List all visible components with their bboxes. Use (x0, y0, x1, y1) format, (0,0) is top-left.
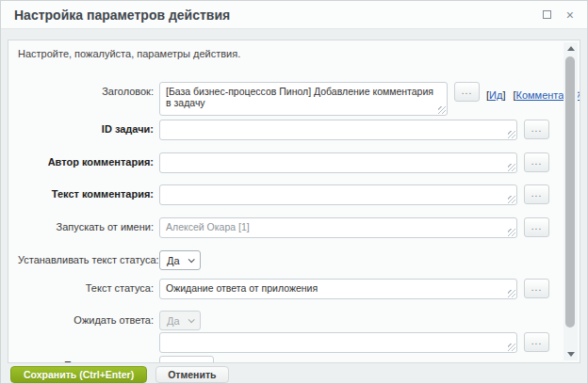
form-panel: Настройте, пожалуйста, параметры действи… (8, 40, 580, 363)
row-set-status-text: Устанавливать текст статуса: Да (18, 250, 549, 270)
arrow-down-icon (567, 352, 575, 357)
extra-textarea-wrap (159, 332, 517, 353)
resize-grip-icon[interactable] (508, 229, 515, 236)
select-value: Да (167, 255, 180, 266)
dialog-body: Настройте, пожалуйста, параметры действи… (1, 29, 587, 363)
status-textarea[interactable]: Ожидание ответа от приложения (159, 279, 517, 299)
extra-picker-button[interactable]: ... (524, 332, 549, 352)
title-textarea[interactable]: [База бизнес-процессов Пинол] Добавление… (159, 82, 448, 116)
task-id-picker-button[interactable]: ... (524, 120, 549, 139)
field-area: ... (159, 184, 549, 205)
footer: Сохранить (Ctrl+Enter) Отменить (1, 363, 587, 384)
id-link-group: [Ид] (486, 89, 505, 101)
field-label (18, 332, 159, 336)
row-wait-period: Период ожидания: (18, 356, 549, 362)
resize-grip-icon[interactable] (508, 344, 515, 351)
set-status-select[interactable]: Да (159, 250, 201, 270)
comment-textarea[interactable] (159, 184, 517, 205)
close-icon[interactable]: × (566, 8, 574, 22)
resize-grip-icon[interactable] (508, 196, 515, 203)
save-button[interactable]: Сохранить (Ctrl+Enter) (10, 366, 147, 383)
form-content: Настройте, пожалуйста, параметры действи… (8, 40, 580, 362)
author-textarea[interactable] (159, 152, 517, 173)
resize-grip-icon[interactable] (438, 106, 446, 114)
maximize-icon[interactable] (543, 10, 551, 19)
scrollbar-thumb[interactable] (565, 56, 575, 328)
extra-textarea[interactable] (159, 332, 517, 353)
resize-grip-icon[interactable] (508, 290, 515, 297)
field-area: ... (159, 120, 549, 140)
action-params-dialog: Настройка параметров действия × Настройт… (0, 0, 588, 384)
intro-text: Настройте, пожалуйста, параметры действи… (18, 48, 549, 59)
row-wait-answer: Ожидать ответа: Да (18, 311, 549, 330)
task-id-textarea-wrap (159, 120, 517, 140)
title-textarea-wrap: [База бизнес-процессов Пинол] Добавление… (159, 82, 448, 116)
wait-answer-select: Да (159, 311, 201, 330)
comment-textarea-wrap (159, 184, 517, 205)
wait-period-input[interactable] (159, 356, 214, 362)
row-run-as: Запускать от имени: Алексей Окара [1] ..… (18, 217, 549, 238)
select-value: Да (167, 315, 180, 327)
status-picker-button[interactable]: ... (524, 279, 549, 298)
row-comment-author: Автор комментария: ... (18, 152, 549, 173)
row-status-text: Текст статуса: Ожидание ответа от прилож… (18, 279, 549, 299)
field-label: Текст комментария: (18, 184, 159, 200)
field-label: ID задачи: (18, 120, 159, 135)
field-label: Ожидать ответа: (18, 311, 159, 326)
row-task-id: ID задачи: ... (18, 120, 549, 140)
vertical-scrollbar[interactable] (564, 42, 578, 360)
dialog-title: Настройка параметров действия (14, 8, 230, 23)
field-area: [База бизнес-процессов Пинол] Добавление… (159, 82, 580, 116)
field-label: Период ожидания: (18, 356, 159, 362)
cancel-button[interactable]: Отменить (155, 366, 228, 383)
field-label: Автор комментария: (18, 152, 159, 168)
resize-grip-icon[interactable] (508, 164, 515, 171)
status-textarea-wrap: Ожидание ответа от приложения (159, 279, 517, 299)
arrow-up-icon (567, 46, 575, 51)
scroll-up-button[interactable] (564, 42, 578, 55)
field-label: Заголовок: (18, 82, 159, 97)
id-link[interactable]: Ид (489, 89, 502, 101)
field-area: ... (159, 332, 549, 353)
field-area: Да (159, 311, 549, 330)
title-picker-button[interactable]: ... (454, 82, 480, 102)
titlebar: Настройка параметров действия × (1, 1, 587, 29)
field-label: Устанавливать текст статуса: (18, 250, 159, 265)
run-as-textarea-wrap: Алексей Окара [1] (159, 217, 517, 238)
scroll-down-button[interactable] (564, 348, 578, 360)
run-as-textarea[interactable]: Алексей Окара [1] (159, 217, 517, 238)
field-area: Ожидание ответа от приложения ... (159, 279, 549, 299)
field-label: Запускать от имени: (18, 217, 159, 232)
comment-picker-button[interactable]: ... (524, 184, 549, 204)
author-picker-button[interactable]: ... (524, 152, 549, 172)
field-area: ... (159, 152, 549, 173)
run-as-picker-button[interactable]: ... (524, 217, 549, 237)
field-area: Алексей Окара [1] ... (159, 217, 549, 238)
field-label: Текст статуса: (18, 279, 159, 294)
row-comment-text: Текст комментария: ... (18, 184, 549, 205)
chevron-down-icon (188, 316, 194, 323)
task-id-textarea[interactable] (159, 120, 517, 140)
row-extra: ... (18, 332, 549, 353)
field-area (159, 356, 549, 362)
resize-grip-icon[interactable] (508, 131, 515, 138)
author-textarea-wrap (159, 152, 517, 173)
titlebar-controls: × (543, 8, 574, 22)
field-area: Да (159, 250, 549, 270)
row-title: Заголовок: [База бизнес-процессов Пинол]… (18, 82, 549, 116)
chevron-down-icon (188, 256, 194, 263)
bracket: ] (502, 89, 505, 101)
